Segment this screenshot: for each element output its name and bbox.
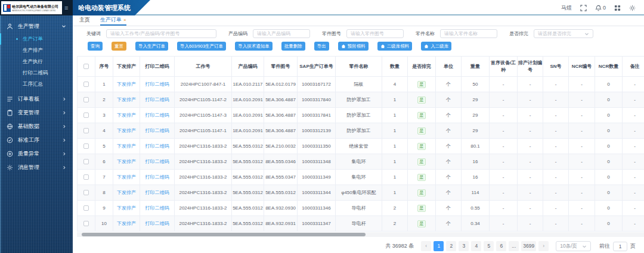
keyword-input[interactable] <box>106 29 216 38</box>
tab-home[interactable]: 主页 <box>79 15 90 26</box>
column-header: 备注 <box>623 57 644 77</box>
sidebar-item-订单看板[interactable]: 订单看板 <box>0 92 73 106</box>
issue-scheduling-link[interactable]: 下发排产 <box>117 143 136 149</box>
page-button-3[interactable]: 3 <box>459 241 469 251</box>
查询-button[interactable]: 查询 <box>88 42 103 51</box>
sidebar-item-变更管理[interactable]: 变更管理 <box>0 106 73 120</box>
批量删除-button[interactable]: 批量删除 <box>281 42 305 51</box>
issue-scheduling-link[interactable]: 下发排产 <box>117 113 136 118</box>
horizontal-scrollbar[interactable] <box>77 232 644 237</box>
issue-scheduling-link[interactable]: 下发排产 <box>117 159 136 164</box>
row-checkbox[interactable] <box>78 139 95 154</box>
row-checkbox[interactable] <box>78 123 95 139</box>
row-checkbox[interactable] <box>78 92 95 108</box>
print-qrcode-link[interactable]: 打印二维码 <box>145 174 169 180</box>
cell-product_code: 5EA.555.0312 <box>232 139 264 154</box>
row-checkbox[interactable] <box>78 216 95 232</box>
part-no-input[interactable] <box>346 29 404 38</box>
menu-collapse-icon[interactable]: ≡ <box>64 5 68 11</box>
导入603/903生产订单-button[interactable]: 导入603/903生产订单 <box>177 42 226 51</box>
issue-scheduling-link[interactable]: 下发排产 <box>117 97 136 102</box>
sidebar-item-消息管理[interactable]: 消息管理 <box>0 161 73 174</box>
sidebar-item-生产执行[interactable]: 生产执行 <box>0 56 73 67</box>
page-button-5[interactable]: 5 <box>484 241 494 251</box>
prev-page-button[interactable]: ‹ <box>421 241 431 251</box>
入二级库-button[interactable]: 入二级库 <box>421 42 451 51</box>
fullscreen-icon[interactable] <box>580 5 587 11</box>
sidebar-section-production[interactable]: 生产管理 <box>0 19 73 33</box>
row-checkbox[interactable] <box>78 201 95 216</box>
print-qrcode-link[interactable]: 打印二维码 <box>145 205 169 211</box>
cell-remark: - <box>623 170 644 185</box>
row-checkbox[interactable] <box>78 170 95 185</box>
cell-work_no: 2024HPC1316-1833-2 <box>175 139 232 154</box>
导出-button[interactable]: 导出 <box>314 42 329 51</box>
column-header: SN号 <box>543 57 569 77</box>
二级库领料-button[interactable]: 二级库领料 <box>377 42 413 51</box>
print-qrcode-link[interactable]: 打印二维码 <box>145 190 169 195</box>
tab-close-icon[interactable]: × <box>123 17 126 23</box>
row-checkbox[interactable] <box>78 154 95 170</box>
row-checkbox[interactable] <box>78 108 95 123</box>
print-qrcode-link[interactable]: 打印二维码 <box>145 113 169 118</box>
cell-sap_no: 10003311347 <box>298 216 336 232</box>
page-button-3699[interactable]: 3699 <box>521 241 536 251</box>
print-qrcode-link[interactable]: 打印二维码 <box>145 159 169 164</box>
预留领料-button[interactable]: 预留领料 <box>338 42 369 51</box>
scheduled-select[interactable]: 请选择是否排完 <box>534 29 593 38</box>
table-row: 3下发排产打印二维码2024HPC1105-1147-31EA.010.2091… <box>78 108 644 123</box>
print-qrcode-link[interactable]: 打印二维码 <box>145 97 169 102</box>
issue-scheduling-link[interactable]: 下发排产 <box>117 190 136 195</box>
page-button-6[interactable]: 6 <box>496 241 506 251</box>
sidebar-item-基础数据[interactable]: 基础数据 <box>0 120 73 133</box>
page-size-select[interactable]: 10条/页 <box>556 241 591 251</box>
sidebar-item-打印二维码[interactable]: 打印二维码 <box>0 67 73 79</box>
print-qrcode-link[interactable]: 打印二维码 <box>145 143 169 149</box>
cell-part_no: 5EA.306.4887 <box>264 123 298 139</box>
cell-no: 9 <box>95 201 113 216</box>
apps-grid-icon[interactable] <box>614 5 621 11</box>
sidebar-item-质量异常[interactable]: 质量异常 <box>0 147 73 161</box>
issue-scheduling-link[interactable]: 下发排产 <box>117 174 136 180</box>
next-page-button[interactable]: › <box>538 241 549 251</box>
cell-no: 3 <box>95 108 113 123</box>
sidebar-item-标准工序[interactable]: 标准工序 <box>0 133 73 147</box>
cell-no: 7 <box>95 170 113 185</box>
page-button-2[interactable]: 2 <box>446 241 456 251</box>
重置-button[interactable]: 重置 <box>112 42 126 51</box>
page-button-...[interactable]: ... <box>509 241 519 251</box>
product-code-input[interactable] <box>253 29 310 38</box>
cell-ncr_qty: 0 <box>595 77 623 92</box>
page-button-1[interactable]: 1 <box>434 241 444 251</box>
issue-scheduling-link[interactable]: 下发排产 <box>117 128 136 133</box>
导入技术通知单-button[interactable]: 导入技术通知单 <box>235 42 273 51</box>
print-qrcode-link[interactable]: 打印二维码 <box>145 82 169 87</box>
user-name[interactable]: 马煜 <box>561 4 572 12</box>
print-qrcode-link[interactable]: 打印二维码 <box>145 221 169 226</box>
page-button-4[interactable]: 4 <box>471 241 481 251</box>
part-name-input[interactable] <box>440 29 497 38</box>
导入生产订单-button[interactable]: 导入生产订单 <box>135 42 168 51</box>
issue-scheduling-link[interactable]: 下发排产 <box>117 221 136 226</box>
print-qrcode-link[interactable]: 打印二维码 <box>145 128 169 133</box>
issue-scheduling-link[interactable]: 下发排产 <box>117 205 136 211</box>
settings-gear-icon[interactable] <box>629 5 636 11</box>
issue-scheduling-link[interactable]: 下发排产 <box>117 82 136 87</box>
goto-page-input[interactable] <box>613 242 627 251</box>
column-header: 排产计划编号 <box>518 57 543 77</box>
sidebar-item-生产排产[interactable]: 生产排产 <box>0 45 73 56</box>
notification-bell-icon[interactable]: 0 <box>595 5 606 11</box>
row-checkbox[interactable] <box>78 185 95 201</box>
scheduled-tag: 是 <box>417 96 426 104</box>
row-checkbox[interactable] <box>78 77 95 92</box>
select-all-checkbox[interactable] <box>78 57 95 77</box>
cell-ncr_qty: 0 <box>595 201 623 216</box>
cell-weight: 29 <box>462 92 490 108</box>
table-row: 10下发排产打印二维码2024HPC1316-1833-25EA.555.031… <box>78 216 644 232</box>
sidebar-item-生产订单[interactable]: 生产订单 <box>0 33 73 45</box>
sidebar: 哈尔滨电气动力装备有限公司 HARBIN ELECTRIC POWER EQUI… <box>0 0 73 253</box>
sidebar-item-工序汇总[interactable]: 工序汇总 <box>0 79 73 90</box>
cell-ncr_no: - <box>569 139 595 154</box>
tab-production-order[interactable]: 生产订单× <box>100 15 126 26</box>
scrollbar-thumb[interactable] <box>82 233 366 236</box>
